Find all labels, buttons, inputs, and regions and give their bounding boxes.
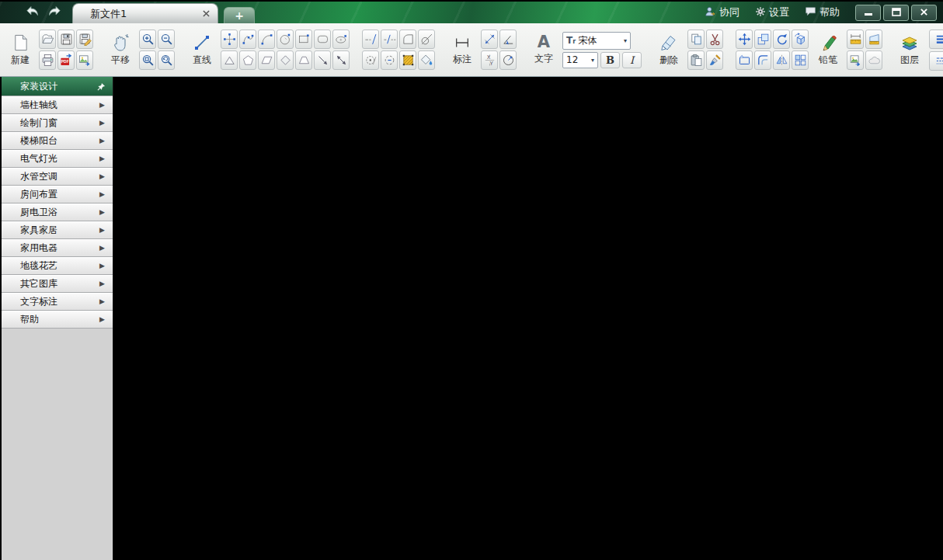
sidebar-item-绘制门窗[interactable]: 绘制门窗▶ <box>2 114 113 132</box>
arc-tool-button[interactable] <box>258 30 275 49</box>
diamond-tool-button[interactable] <box>277 50 294 70</box>
hatch-button[interactable] <box>399 50 416 70</box>
sidebar-item-厨电卫浴[interactable]: 厨电卫浴▶ <box>2 203 113 221</box>
open-button[interactable] <box>39 30 56 49</box>
bold-button[interactable]: B <box>600 52 620 68</box>
chevron-right-icon: ▶ <box>99 120 105 127</box>
cut-button[interactable] <box>706 30 723 49</box>
sidebar-item-地毯花艺[interactable]: 地毯花艺▶ <box>2 257 113 275</box>
parallelogram-tool-button[interactable] <box>258 50 275 70</box>
measure-length-button[interactable] <box>847 30 864 49</box>
sidebar-item-文字标注[interactable]: 文字标注▶ <box>2 293 113 311</box>
axis-tool-button[interactable] <box>221 30 238 49</box>
radius-dimension-button[interactable] <box>499 50 517 70</box>
format-painter-button[interactable] <box>706 50 723 70</box>
trapezoid-tool-button[interactable] <box>295 50 312 70</box>
fill-button[interactable] <box>418 50 435 70</box>
arrow-line-tool-button[interactable] <box>314 50 331 70</box>
pin-icon[interactable] <box>97 82 106 91</box>
maximize-button[interactable] <box>883 5 909 21</box>
titlebar-action-协同[interactable]: 协同 <box>697 2 747 23</box>
break-button[interactable] <box>381 50 398 70</box>
aligned-dimension-button[interactable] <box>481 30 498 49</box>
redo-button[interactable] <box>43 2 64 23</box>
spline-tool-button[interactable] <box>239 30 256 49</box>
print-button[interactable] <box>39 50 56 70</box>
tangent-button[interactable] <box>418 30 435 49</box>
trim-button[interactable] <box>362 30 379 49</box>
toolbar-big-label: 铅笔 <box>819 54 837 67</box>
pan-button[interactable]: 平移 <box>106 27 135 72</box>
freeform-cloud-button[interactable] <box>865 50 882 70</box>
minimize-button[interactable] <box>855 5 881 21</box>
undo-button[interactable] <box>23 2 43 23</box>
sidebar-item-帮助[interactable]: 帮助▶ <box>2 311 113 329</box>
rotate-button[interactable] <box>773 30 790 49</box>
drawing-canvas[interactable] <box>113 77 943 560</box>
sidebar-item-其它图库[interactable]: 其它图库▶ <box>2 275 113 293</box>
save-button[interactable] <box>57 30 75 49</box>
new-file-button[interactable]: 新建 <box>5 27 35 72</box>
array-button[interactable] <box>792 50 809 70</box>
pentagon-tool-button[interactable] <box>239 50 256 70</box>
line-width-button[interactable] <box>929 30 943 49</box>
tab-close-button[interactable] <box>199 7 213 21</box>
view-3d-button[interactable] <box>792 30 809 49</box>
sidebar-item-墙柱轴线[interactable]: 墙柱轴线▶ <box>2 96 113 114</box>
zoom-in-button[interactable] <box>139 30 156 49</box>
sidebar-item-电气灯光[interactable]: 电气灯光▶ <box>2 150 113 168</box>
measure-area-button[interactable] <box>865 30 882 49</box>
layers-button[interactable]: 图层 <box>895 27 924 72</box>
document-tab[interactable]: 新文件1 <box>72 3 218 23</box>
font-select[interactable]: Tr宋体▾ <box>562 32 631 50</box>
mirror-button[interactable] <box>773 50 790 70</box>
chevron-right-icon: ▶ <box>99 209 105 216</box>
extend-button[interactable] <box>381 30 398 49</box>
scale-button[interactable] <box>754 30 771 49</box>
rounded-rect-tool-button[interactable] <box>314 30 331 49</box>
save-as-icon <box>78 33 92 46</box>
paste-button[interactable] <box>687 50 705 70</box>
sidebar-item-水管空调[interactable]: 水管空调▶ <box>2 168 113 186</box>
sidebar-items: 墙柱轴线▶绘制门窗▶楼梯阳台▶电气灯光▶水管空调▶房间布置▶厨电卫浴▶家具家居▶… <box>2 96 113 329</box>
close-button[interactable] <box>911 5 937 21</box>
zoom-window-button[interactable] <box>139 50 156 70</box>
new-tab-button[interactable]: + <box>224 7 255 23</box>
sidebar-item-家具家居[interactable]: 家具家居▶ <box>2 221 113 239</box>
font-size-select[interactable]: 12▾ <box>562 52 598 68</box>
delete-button[interactable]: 删除 <box>654 27 684 72</box>
move-button[interactable] <box>736 30 753 49</box>
divide-button[interactable] <box>362 50 379 70</box>
circle-tool-button[interactable] <box>277 30 294 49</box>
sidebar-item-楼梯阳台[interactable]: 楼梯阳台▶ <box>2 132 113 150</box>
export-pdf-button[interactable]: PDF <box>57 50 75 70</box>
stretch-button[interactable] <box>736 50 753 70</box>
double-arrow-tool-button[interactable] <box>332 50 350 70</box>
insert-image-button[interactable] <box>847 50 864 70</box>
pencil-button[interactable]: 铅笔 <box>813 27 843 72</box>
text-tool-button[interactable]: A文字 <box>529 27 558 72</box>
zoom-previous-button[interactable] <box>158 50 175 70</box>
text-controls: Tr宋体▾12▾BI <box>562 32 642 68</box>
zoom-out-button[interactable] <box>158 30 175 49</box>
line-tool-button[interactable]: 直线 <box>187 27 217 72</box>
titlebar-action-帮助[interactable]: 帮助 <box>797 2 847 23</box>
copy-button[interactable] <box>687 30 705 49</box>
save-as-button[interactable] <box>76 30 93 49</box>
fillet-button[interactable] <box>399 30 416 49</box>
toolbar-grid-transform <box>736 30 809 70</box>
dimension-button[interactable]: 标注 <box>447 27 477 72</box>
rectangle-tool-button[interactable] <box>295 30 312 49</box>
sidebar-item-房间布置[interactable]: 房间布置▶ <box>2 186 113 203</box>
sidebar-item-家用电器[interactable]: 家用电器▶ <box>2 239 113 257</box>
line-style-button[interactable] <box>929 51 943 71</box>
coordinate-dimension-button[interactable]: XY <box>481 50 498 70</box>
pencil-icon <box>819 33 837 52</box>
italic-button[interactable]: I <box>622 52 642 68</box>
triangle-tool-button[interactable] <box>221 50 238 70</box>
titlebar-action-设置[interactable]: 设置 <box>747 2 797 23</box>
ellipse-tool-button[interactable] <box>332 30 350 49</box>
export-image-button[interactable] <box>76 50 93 70</box>
offset-button[interactable] <box>754 50 771 70</box>
angular-dimension-button[interactable] <box>499 30 517 49</box>
